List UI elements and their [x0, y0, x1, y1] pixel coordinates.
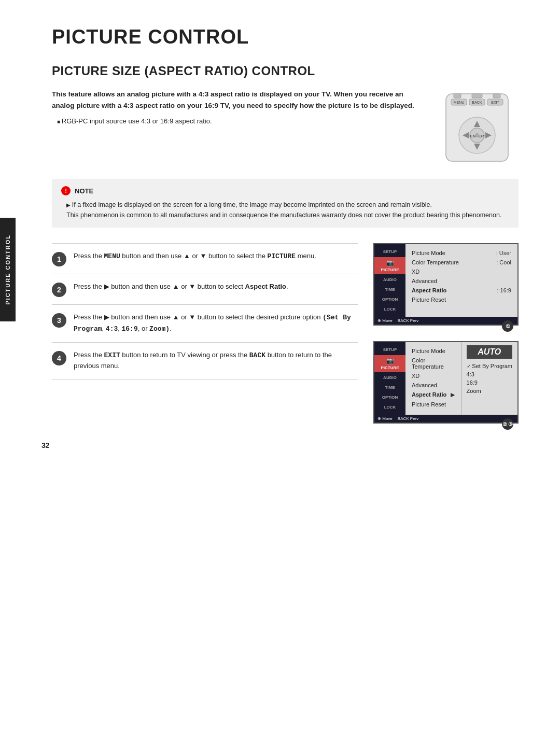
svg-rect-9 [493, 94, 500, 98]
remote-svg: MENU BACK EXIT ENTER [436, 89, 519, 166]
note-box: ! NOTE If a fixed image is displayed on … [52, 179, 519, 228]
menu-right-panel-2: Picture Mode Color Temperature XD Advanc… [405, 342, 461, 415]
steps-area: 1 Press the MENU button and then use ▲ o… [52, 243, 519, 439]
menu-item-picture: 📷PICTURE [374, 257, 405, 274]
step-3: 3 Press the ▶ button and then use ▲ or ▼… [52, 305, 358, 343]
intro-bullet: RGB-PC input source use 4:3 or 16:9 aspe… [57, 117, 420, 125]
page-title: PICTURE CONTROL [52, 26, 519, 48]
menu-item-lock: LOCK [374, 305, 405, 314]
auto-badge: AUTO [467, 345, 512, 359]
step-text-2: Press the ▶ button and then use ▲ or ▼ b… [74, 281, 358, 292]
menu-row-picture-reset: Picture Reset [412, 295, 511, 304]
svg-point-17 [475, 133, 479, 137]
menu-item-option: OPTION [374, 295, 405, 304]
step-number-3: 3 [52, 313, 66, 328]
menu-left-bar-2: SETUP 📷PICTURE AUDIO TIME OPTION LOCK [374, 342, 405, 415]
step-number-4: 4 [52, 351, 66, 365]
step-number-1: 1 [52, 252, 66, 266]
screen-badge-2: ② ③ [502, 418, 513, 430]
svg-text:EXIT: EXIT [491, 101, 499, 104]
step-4: 4 Press the EXIT button to return to TV … [52, 343, 358, 380]
menu-row-picture-mode: Picture Mode : User [412, 248, 511, 258]
menu-item-lock-2: LOCK [374, 403, 405, 412]
menu-item-audio-2: AUDIO [374, 373, 405, 382]
remote-illustration: MENU BACK EXIT ENTER [436, 89, 519, 168]
note-title: NOTE [75, 187, 93, 195]
menu-row-color-temp: Color Temperature : Cool [412, 258, 511, 267]
sub-row-4-3: 4:3 [467, 370, 512, 378]
svg-text:BACK: BACK [472, 101, 482, 104]
page-number: 32 [41, 441, 50, 449]
step-text-3: Press the ▶ button and then use ▲ or ▼ b… [74, 312, 358, 335]
menu-row-xd-2: XD [412, 371, 455, 381]
menu-item-time: TIME [374, 285, 405, 294]
steps-list: 1 Press the MENU button and then use ▲ o… [52, 243, 358, 439]
sub-row-zoom: Zoom [467, 387, 512, 395]
menu-sub-panel: AUTO Set By Program 4:3 16:9 Zoom [461, 342, 517, 415]
menu-row-xd: XD [412, 267, 511, 276]
note-icon: ! [61, 186, 71, 195]
sub-row-16-9: 16:9 [467, 378, 512, 387]
menu-item-setup-2: SETUP [374, 345, 405, 354]
intro-bold-text: This feature allows an analog picture wi… [52, 89, 420, 111]
menu-screen-1: SETUP 📷PICTURE AUDIO TIME OPTION LOCK Pi… [373, 243, 519, 326]
svg-rect-8 [472, 94, 482, 98]
section-title: PICTURE SIZE (ASPECT RATIO) CONTROL [52, 64, 519, 78]
menu-left-bar-1: SETUP 📷PICTURE AUDIO TIME OPTION LOCK [374, 244, 405, 317]
menu-row-picture-mode-2: Picture Mode [412, 346, 455, 356]
note-header: ! NOTE [61, 186, 509, 195]
sub-row-set-by-program: Set By Program [467, 362, 512, 370]
intro-text: This feature allows an analog picture wi… [52, 89, 420, 168]
screen-badge-1: ① [502, 320, 513, 332]
menu-item-picture-2: 📷PICTURE [374, 355, 405, 372]
menu-footer-1: ⊕ Move BACK Prev [374, 317, 517, 325]
menu-row-color-temp-2: Color Temperature [412, 356, 455, 371]
menu-screen-2: SETUP 📷PICTURE AUDIO TIME OPTION LOCK Pi… [373, 341, 519, 424]
top-area: This feature allows an analog picture wi… [52, 89, 519, 168]
step-text-4: Press the EXIT button to return to TV vi… [74, 350, 358, 372]
step-text-1: Press the MENU button and then use ▲ or … [74, 251, 358, 262]
svg-rect-7 [454, 94, 461, 98]
menu-item-option-2: OPTION [374, 393, 405, 402]
menu-row-aspect-ratio-1: Aspect Ratio : 16:9 [412, 286, 511, 295]
screenshots-area: SETUP 📷PICTURE AUDIO TIME OPTION LOCK Pi… [373, 243, 519, 439]
menu-item-setup: SETUP [374, 247, 405, 256]
menu-row-advanced: Advanced [412, 276, 511, 286]
menu-item-time-2: TIME [374, 383, 405, 392]
step-number-2: 2 [52, 283, 66, 297]
step-2: 2 Press the ▶ button and then use ▲ or ▼… [52, 274, 358, 305]
menu-right-panel-1: Picture Mode : User Color Temperature : … [405, 244, 517, 317]
menu-row-advanced-2: Advanced [412, 381, 455, 390]
menu-row-picture-reset-2: Picture Reset [412, 400, 455, 409]
menu-item-audio: AUDIO [374, 275, 405, 284]
menu-footer-2: ⊕ Move BACK Prev [374, 415, 517, 423]
step-1: 1 Press the MENU button and then use ▲ o… [52, 243, 358, 274]
note-content: If a fixed image is displayed on the scr… [61, 200, 509, 220]
svg-text:MENU: MENU [454, 101, 465, 104]
menu-row-aspect-ratio-2: Aspect Ratio ▶ [412, 390, 455, 400]
